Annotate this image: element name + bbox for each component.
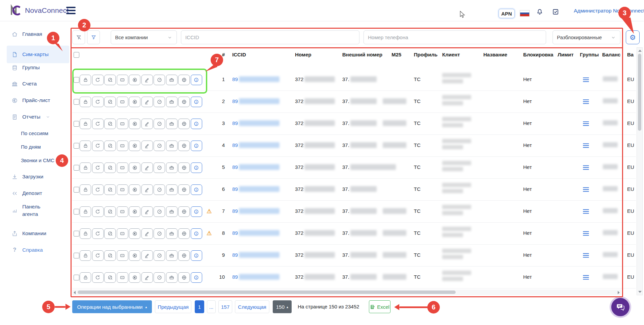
network-off-button[interactable] [104, 250, 116, 261]
services-button[interactable] [166, 228, 178, 239]
sms-button[interactable] [117, 206, 128, 217]
groups-menu-button[interactable] [583, 187, 589, 192]
lock-button[interactable] [80, 97, 91, 107]
edit-button[interactable] [141, 162, 153, 173]
edit-button[interactable] [141, 184, 153, 195]
limit-gauge-button[interactable] [154, 272, 165, 283]
info-button[interactable] [191, 228, 202, 239]
page-1-button[interactable]: 1 [195, 300, 204, 313]
edit-button[interactable] [141, 272, 153, 283]
edit-button[interactable] [141, 75, 153, 85]
roaming-button[interactable] [178, 119, 190, 129]
roaming-button[interactable] [178, 162, 190, 173]
services-button[interactable] [166, 119, 178, 129]
sms-button[interactable] [117, 141, 128, 151]
refresh-button[interactable] [92, 272, 104, 283]
edit-button[interactable] [141, 119, 153, 129]
tariff-button[interactable] [129, 228, 140, 239]
select-all-checkbox[interactable] [74, 52, 79, 58]
tariff-button[interactable] [129, 250, 140, 261]
sidebar-item-11[interactable]: Панель агента [11, 203, 52, 218]
iccid-link[interactable]: 89 [232, 98, 279, 104]
horizontal-scrollbar[interactable] [72, 290, 621, 295]
groups-menu-button[interactable] [583, 121, 589, 126]
edit-button[interactable] [141, 141, 153, 151]
sms-button[interactable] [117, 162, 128, 173]
row-checkbox[interactable] [74, 143, 79, 149]
sms-button[interactable] [117, 272, 128, 283]
roaming-button[interactable] [178, 75, 190, 85]
services-button[interactable] [166, 75, 178, 85]
info-button[interactable] [191, 141, 202, 151]
hamburger-icon[interactable] [66, 7, 76, 14]
groups-menu-button[interactable] [583, 209, 589, 214]
apn-badge[interactable]: APN [499, 9, 515, 18]
status-select[interactable]: Разблокированные [553, 30, 620, 44]
horizontal-scroll-thumb[interactable] [78, 291, 456, 294]
refresh-button[interactable] [92, 97, 104, 107]
sms-button[interactable] [117, 250, 128, 261]
iccid-link[interactable]: 89 [232, 186, 279, 192]
lock-button[interactable] [80, 206, 91, 217]
vertical-scroll-thumb[interactable] [638, 54, 641, 131]
limit-gauge-button[interactable] [154, 162, 165, 173]
iccid-link[interactable]: 89 [232, 120, 279, 126]
sidebar-item-0[interactable]: Главная [11, 29, 42, 39]
refresh-button[interactable] [92, 228, 104, 239]
network-off-button[interactable] [104, 162, 116, 173]
scroll-down-arrow-icon[interactable] [638, 291, 642, 293]
tariff-button[interactable] [129, 141, 140, 151]
row-checkbox[interactable] [74, 187, 79, 193]
network-off-button[interactable] [104, 119, 116, 129]
chat-fab-button[interactable] [611, 298, 629, 316]
info-button[interactable] [191, 206, 202, 217]
network-off-button[interactable] [104, 141, 116, 151]
refresh-button[interactable] [92, 75, 104, 85]
refresh-button[interactable] [92, 250, 104, 261]
limit-gauge-button[interactable] [154, 75, 165, 85]
phone-input[interactable] [364, 30, 546, 44]
lock-button[interactable] [80, 75, 91, 85]
lock-button[interactable] [80, 162, 91, 173]
tariff-button[interactable] [129, 162, 140, 173]
services-button[interactable] [166, 97, 178, 107]
scroll-up-arrow-icon[interactable] [638, 50, 642, 52]
lock-button[interactable] [80, 119, 91, 129]
services-button[interactable] [166, 162, 178, 173]
roaming-button[interactable] [178, 184, 190, 195]
tariff-button[interactable] [129, 75, 140, 85]
lock-button[interactable] [80, 141, 91, 151]
lock-button[interactable] [80, 228, 91, 239]
network-off-button[interactable] [104, 272, 116, 283]
info-button[interactable] [191, 162, 202, 173]
roaming-button[interactable] [178, 141, 190, 151]
groups-menu-button[interactable] [583, 77, 589, 82]
info-button[interactable] [191, 272, 202, 283]
refresh-button[interactable] [92, 184, 104, 195]
row-checkbox[interactable] [74, 275, 79, 280]
groups-menu-button[interactable] [583, 143, 589, 148]
sms-button[interactable] [117, 228, 128, 239]
roaming-button[interactable] [178, 228, 190, 239]
sms-button[interactable] [117, 75, 128, 85]
roaming-button[interactable] [178, 206, 190, 217]
info-button[interactable] [191, 184, 202, 195]
iccid-link[interactable]: 89 [232, 252, 279, 258]
iccid-link[interactable]: 89 [232, 76, 279, 82]
sidebar-item-2[interactable]: Группы [11, 62, 40, 73]
iccid-link[interactable]: 89 [232, 208, 279, 214]
network-off-button[interactable] [104, 184, 116, 195]
tariff-button[interactable] [129, 206, 140, 217]
bell-icon[interactable] [536, 8, 543, 16]
services-button[interactable] [166, 250, 178, 261]
edit-button[interactable] [141, 97, 153, 107]
sms-button[interactable] [117, 97, 128, 107]
roaming-button[interactable] [178, 250, 190, 261]
services-button[interactable] [166, 206, 178, 217]
sidebar-item-13[interactable]: ?Справка [11, 245, 43, 255]
brand-logo[interactable]: NovaConnect [9, 4, 69, 17]
tariff-button[interactable] [129, 119, 140, 129]
tariff-button[interactable] [129, 184, 140, 195]
sidebar-item-4[interactable]: Прайс-лист [11, 95, 50, 105]
limit-gauge-button[interactable] [154, 97, 165, 107]
